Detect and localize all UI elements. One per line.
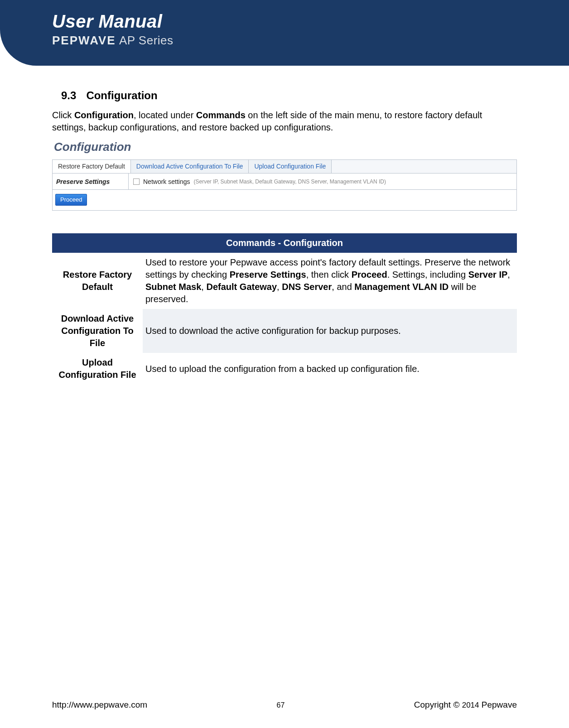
tab-upload-config[interactable]: Upload Configuration File — [249, 160, 332, 173]
row-desc-download: Used to download the active configuratio… — [143, 309, 517, 353]
intro-text: , located under — [134, 110, 196, 120]
row-label-download: Download Active Configuration To File — [52, 309, 143, 353]
tab-restore-factory-default[interactable]: Restore Factory Default — [53, 160, 131, 173]
screenshot-panel: Restore Factory Default Download Active … — [52, 159, 517, 211]
row-desc-restore: Used to restore your Pepwave access poin… — [143, 253, 517, 309]
page-header: User Manual PEPWAVE AP Series — [0, 0, 569, 66]
row-label-restore: Restore Factory Default — [52, 253, 143, 309]
intro-bold-commands: Commands — [196, 110, 246, 120]
table-row: Download Active Configuration To File Us… — [52, 309, 517, 353]
tab-download-config[interactable]: Download Active Configuration To File — [131, 160, 249, 173]
screenshot-title: Configuration — [52, 139, 517, 155]
network-settings-detail: (Server IP, Subnet Mask, Default Gateway… — [193, 178, 386, 185]
series-name: AP Series — [119, 34, 174, 47]
doc-subtitle: PEPWAVE AP Series — [52, 34, 569, 48]
footer-url: http://www.pepwave.com — [52, 700, 147, 710]
config-screenshot: Configuration Restore Factory Default Do… — [52, 139, 517, 211]
row-desc-upload: Used to upload the configuration from a … — [143, 353, 517, 385]
preserve-settings-row: Preserve Settings Network settings (Serv… — [53, 174, 516, 190]
page-number: 67 — [277, 701, 285, 709]
doc-title: User Manual — [52, 11, 569, 32]
footer-copyright: Copyright © 2014 Pepwave — [414, 700, 517, 710]
row-label-upload: Upload Configuration File — [52, 353, 143, 385]
table-row: Restore Factory Default Used to restore … — [52, 253, 517, 309]
preserve-settings-label: Preserve Settings — [53, 174, 129, 189]
proceed-button[interactable]: Proceed — [55, 194, 87, 206]
intro-bold-configuration: Configuration — [74, 110, 134, 120]
section-number: 9.3 — [61, 88, 76, 103]
tab-row: Restore Factory Default Download Active … — [53, 160, 516, 174]
preserve-settings-checkbox[interactable] — [133, 178, 140, 185]
network-settings-label: Network settings — [143, 178, 190, 186]
commands-table: Commands - Configuration Restore Factory… — [52, 233, 517, 385]
page-footer: http://www.pepwave.com 67 Copyright © 20… — [0, 700, 569, 710]
brand-name: PEPWAVE — [52, 34, 116, 47]
table-row: Upload Configuration File Used to upload… — [52, 353, 517, 385]
commands-table-header-row: Commands - Configuration — [52, 233, 517, 253]
section-intro: Click Configuration, located under Comma… — [52, 109, 517, 134]
section-heading: 9.3Configuration — [61, 88, 517, 103]
intro-text: Click — [52, 110, 74, 120]
page-content: 9.3Configuration Click Configuration, lo… — [0, 66, 569, 385]
commands-table-header: Commands - Configuration — [52, 233, 517, 253]
section-title: Configuration — [86, 89, 157, 101]
